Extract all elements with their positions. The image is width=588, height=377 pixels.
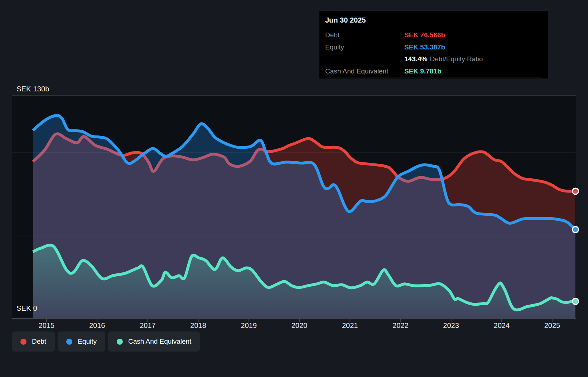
tooltip-row-ratio: 143.4% Debt/Equity Ratio bbox=[325, 53, 541, 65]
debt-endpoint-marker bbox=[573, 188, 579, 194]
tooltip-cash-label: Cash And Equivalent bbox=[325, 67, 404, 75]
tooltip-row-cash: Cash And Equivalent SEK 9.781b bbox=[325, 65, 541, 77]
tooltip-row-debt: Debt SEK 76.566b bbox=[325, 29, 541, 41]
tooltip-row-equity: Equity SEK 53.387b bbox=[325, 41, 541, 53]
x-axis-year-label: 2022 bbox=[392, 321, 409, 330]
tooltip-date: Jun 30 2025 bbox=[325, 11, 541, 29]
legend-item-debt[interactable]: Debt bbox=[12, 331, 55, 352]
x-axis-year-label: 2019 bbox=[241, 321, 257, 330]
tooltip-ratio-label: Debt/Equity Ratio bbox=[430, 55, 483, 63]
x-axis-year-label: 2021 bbox=[342, 321, 358, 330]
legend-equity-label: Equity bbox=[78, 338, 97, 345]
legend-debt-label: Debt bbox=[32, 338, 46, 345]
tooltip-equity-value: SEK 53.387b bbox=[404, 43, 445, 51]
tooltip-cash-value: SEK 9.781b bbox=[404, 67, 442, 75]
y-axis-top-label: SEK 130b bbox=[16, 85, 49, 93]
legend: Debt Equity Cash And Equivalent bbox=[12, 331, 200, 352]
cash-endpoint-marker bbox=[573, 299, 579, 305]
x-axis-year-label: 2016 bbox=[89, 321, 105, 330]
x-axis-year-label: 2020 bbox=[291, 321, 308, 330]
y-axis-bottom-label: SEK 0 bbox=[16, 304, 37, 312]
x-axis-year-label: 2023 bbox=[443, 321, 459, 330]
tooltip-equity-label: Equity bbox=[325, 43, 404, 51]
tooltip-debt-label: Debt bbox=[325, 31, 404, 39]
tooltip-debt-value: SEK 76.566b bbox=[404, 31, 445, 39]
tooltip-panel: Jun 30 2025 Debt SEK 76.566b Equity SEK … bbox=[319, 11, 548, 78]
legend-cash-label: Cash And Equivalent bbox=[128, 338, 191, 345]
legend-item-cash[interactable]: Cash And Equivalent bbox=[108, 331, 200, 352]
equity-legend-dot-icon bbox=[66, 339, 72, 345]
cash-legend-dot-icon bbox=[117, 339, 123, 345]
x-axis-year-label: 2017 bbox=[140, 321, 156, 330]
x-axis-year-label: 2025 bbox=[544, 321, 560, 330]
page: { "tooltip": { "date": "Jun 30 2025", "r… bbox=[0, 0, 588, 377]
debt-legend-dot-icon bbox=[20, 339, 26, 345]
x-axis-year-label: 2024 bbox=[494, 321, 510, 330]
legend-item-equity[interactable]: Equity bbox=[58, 331, 105, 352]
x-axis-year-label: 2018 bbox=[190, 321, 206, 330]
equity-endpoint-marker bbox=[573, 226, 579, 233]
tooltip-ratio-value: 143.4% bbox=[404, 55, 427, 63]
x-axis-year-label: 2015 bbox=[39, 321, 55, 330]
